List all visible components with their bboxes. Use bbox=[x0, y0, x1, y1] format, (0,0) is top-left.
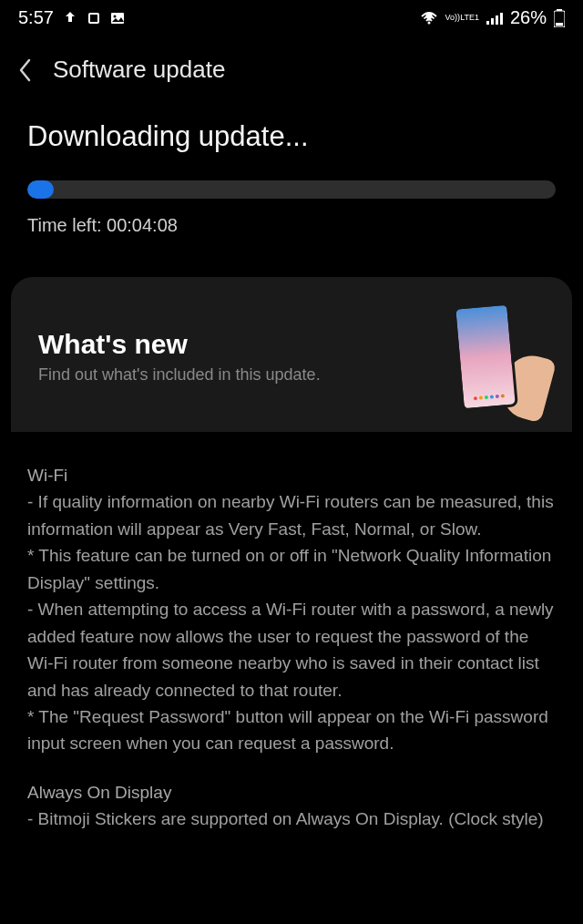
notification-icon-2 bbox=[87, 11, 101, 26]
notification-icon-1 bbox=[63, 11, 77, 26]
page-title: Software update bbox=[53, 56, 225, 84]
changelog-section: Wi-Fi - If quality information on nearby… bbox=[27, 462, 556, 757]
changelog: Wi-Fi - If quality information on nearby… bbox=[0, 432, 583, 856]
svg-rect-7 bbox=[496, 15, 498, 25]
svg-rect-8 bbox=[500, 13, 503, 25]
download-status-title: Downloading update... bbox=[27, 120, 556, 153]
svg-point-4 bbox=[427, 21, 430, 24]
changelog-line: * The "Request Password" button will app… bbox=[27, 703, 556, 757]
signal-icon bbox=[486, 12, 503, 25]
changelog-section: Always On Display - Bitmoji Stickers are… bbox=[27, 779, 556, 833]
changelog-heading: Wi-Fi bbox=[27, 462, 556, 488]
battery-percent: 26% bbox=[510, 7, 547, 28]
whats-new-subtitle: Find out what's included in this update. bbox=[38, 365, 408, 385]
time-left-label: Time left: 00:04:08 bbox=[27, 215, 556, 236]
changelog-line: - Bitmoji Stickers are supported on Alwa… bbox=[27, 806, 556, 832]
app-header: Software update bbox=[0, 36, 583, 111]
whats-new-title: What's new bbox=[38, 329, 408, 360]
changelog-line: * This feature can be turned on or off i… bbox=[27, 542, 556, 596]
svg-rect-6 bbox=[491, 18, 494, 25]
progress-fill bbox=[27, 180, 54, 199]
svg-rect-11 bbox=[556, 23, 563, 26]
phone-illustration bbox=[426, 304, 545, 409]
battery-icon bbox=[554, 9, 565, 27]
svg-point-3 bbox=[113, 15, 116, 17]
lte-indicator: Vo))LTE1 bbox=[445, 14, 479, 22]
changelog-line: - When attempting to access a Wi-Fi rout… bbox=[27, 596, 556, 703]
download-section: Downloading update... Time left: 00:04:0… bbox=[0, 111, 583, 259]
image-icon bbox=[110, 11, 125, 26]
svg-rect-1 bbox=[90, 15, 97, 22]
progress-bar bbox=[27, 180, 556, 199]
status-time: 5:57 bbox=[18, 7, 54, 28]
svg-rect-5 bbox=[486, 21, 489, 25]
changelog-heading: Always On Display bbox=[27, 779, 556, 806]
svg-rect-2 bbox=[111, 13, 124, 24]
whats-new-card[interactable]: What's new Find out what's included in t… bbox=[11, 277, 572, 432]
back-button[interactable] bbox=[18, 58, 31, 82]
changelog-line: - If quality information on nearby Wi-Fi… bbox=[27, 488, 556, 542]
wifi-icon bbox=[420, 11, 438, 26]
status-bar: 5:57 Vo))LTE1 26% bbox=[0, 0, 583, 36]
